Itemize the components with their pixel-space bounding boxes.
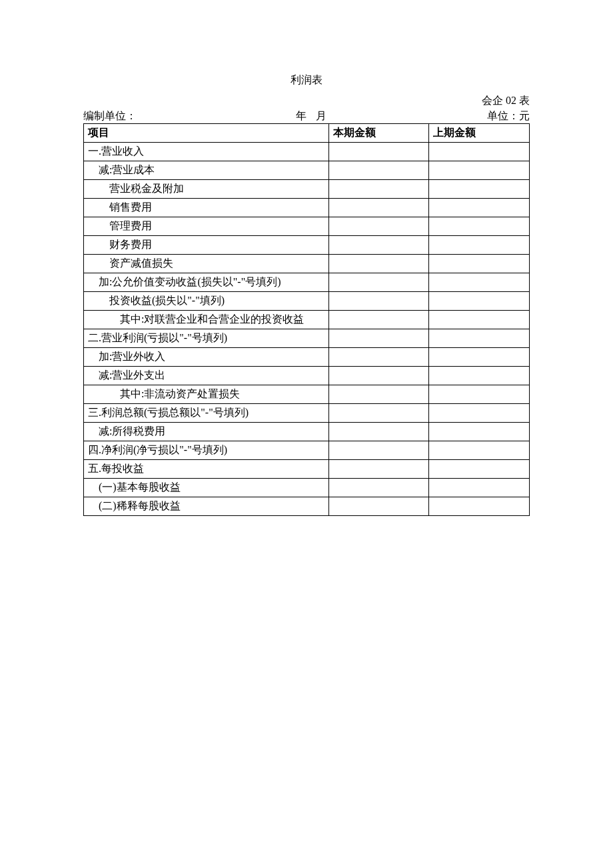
row-previous-amount <box>429 423 530 441</box>
table-row: 五.每投收益 <box>84 460 530 479</box>
row-previous-amount <box>429 404 530 423</box>
table-row: 加:营业外收入 <box>84 348 530 367</box>
column-header-item: 项目 <box>84 124 329 143</box>
row-current-amount <box>328 423 429 441</box>
table-row: 一.营业收入 <box>84 143 530 161</box>
row-current-amount <box>328 404 429 423</box>
row-current-amount <box>328 329 429 348</box>
row-item-label: 减:所得税费用 <box>84 423 329 441</box>
row-item-label: (一)基本每股收益 <box>84 479 329 497</box>
row-item-label: 其中:对联营企业和合营企业的投资收益 <box>84 311 329 329</box>
row-item-label: (二)稀释每股收益 <box>84 497 329 516</box>
table-row: 管理费用 <box>84 217 530 236</box>
table-row: 加:公允价值变动收益(损失以"-"号填列) <box>84 273 530 292</box>
row-current-amount <box>328 273 429 292</box>
row-previous-amount <box>429 161 530 180</box>
table-row: 四.净利润(净亏损以"-"号填列) <box>84 441 530 460</box>
row-current-amount <box>328 180 429 199</box>
table-row: 三.利润总额(亏损总额以"-"号填列) <box>84 404 530 423</box>
row-item-label: 加:营业外收入 <box>84 348 329 367</box>
table-row: 销售费用 <box>84 199 530 217</box>
compiled-by-label: 编制单位： <box>83 109 137 123</box>
row-previous-amount <box>429 385 530 404</box>
row-current-amount <box>328 292 429 311</box>
row-previous-amount <box>429 143 530 161</box>
table-row: (一)基本每股收益 <box>84 479 530 497</box>
row-current-amount <box>328 199 429 217</box>
table-row: 其中:非流动资产处置损失 <box>84 385 530 404</box>
income-statement-table: 项目 本期金额 上期金额 一.营业收入减:营业成本营业税金及附加销售费用管理费用… <box>83 123 530 516</box>
document-title: 利润表 <box>83 73 530 87</box>
row-current-amount <box>328 311 429 329</box>
row-current-amount <box>328 441 429 460</box>
row-item-label: 管理费用 <box>84 217 329 236</box>
row-current-amount <box>328 367 429 385</box>
year-month-label: 年 月 <box>296 109 328 123</box>
row-previous-amount <box>429 348 530 367</box>
table-row: 二.营业利润(亏损以"-"号填列) <box>84 329 530 348</box>
table-row: 投资收益(损失以"-"填列) <box>84 292 530 311</box>
header-line: 编制单位： 年 月 单位：元 <box>83 109 530 123</box>
row-current-amount <box>328 236 429 255</box>
row-previous-amount <box>429 217 530 236</box>
table-row: 其中:对联营企业和合营企业的投资收益 <box>84 311 530 329</box>
row-previous-amount <box>429 199 530 217</box>
row-item-label: 五.每投收益 <box>84 460 329 479</box>
row-current-amount <box>328 385 429 404</box>
row-previous-amount <box>429 441 530 460</box>
row-previous-amount <box>429 273 530 292</box>
table-row: 减:营业成本 <box>84 161 530 180</box>
row-item-label: 加:公允价值变动收益(损失以"-"号填列) <box>84 273 329 292</box>
row-previous-amount <box>429 180 530 199</box>
table-row: 资产减值损失 <box>84 255 530 273</box>
table-row: 减:营业外支出 <box>84 367 530 385</box>
row-item-label: 财务费用 <box>84 236 329 255</box>
form-code: 会企 02 表 <box>83 94 530 108</box>
row-previous-amount <box>429 255 530 273</box>
row-item-label: 投资收益(损失以"-"填列) <box>84 292 329 311</box>
row-current-amount <box>328 460 429 479</box>
table-row: 营业税金及附加 <box>84 180 530 199</box>
row-item-label: 三.利润总额(亏损总额以"-"号填列) <box>84 404 329 423</box>
row-current-amount <box>328 217 429 236</box>
row-item-label: 营业税金及附加 <box>84 180 329 199</box>
table-row: 财务费用 <box>84 236 530 255</box>
row-item-label: 资产减值损失 <box>84 255 329 273</box>
table-row: 减:所得税费用 <box>84 423 530 441</box>
month-label: 月 <box>316 110 328 121</box>
row-previous-amount <box>429 479 530 497</box>
row-item-label: 减:营业成本 <box>84 161 329 180</box>
row-previous-amount <box>429 311 530 329</box>
row-item-label: 销售费用 <box>84 199 329 217</box>
row-item-label: 二.营业利润(亏损以"-"号填列) <box>84 329 329 348</box>
row-current-amount <box>328 143 429 161</box>
year-label: 年 <box>296 110 308 121</box>
row-item-label: 四.净利润(净亏损以"-"号填列) <box>84 441 329 460</box>
unit-label: 单位：元 <box>487 109 530 123</box>
row-previous-amount <box>429 236 530 255</box>
column-header-previous: 上期金额 <box>429 124 530 143</box>
row-current-amount <box>328 255 429 273</box>
row-item-label: 一.营业收入 <box>84 143 329 161</box>
row-item-label: 其中:非流动资产处置损失 <box>84 385 329 404</box>
row-current-amount <box>328 497 429 516</box>
row-previous-amount <box>429 497 530 516</box>
row-current-amount <box>328 161 429 180</box>
row-current-amount <box>328 348 429 367</box>
column-header-current: 本期金额 <box>328 124 429 143</box>
row-item-label: 减:营业外支出 <box>84 367 329 385</box>
table-header-row: 项目 本期金额 上期金额 <box>84 124 530 143</box>
row-previous-amount <box>429 367 530 385</box>
row-current-amount <box>328 479 429 497</box>
row-previous-amount <box>429 329 530 348</box>
row-previous-amount <box>429 460 530 479</box>
row-previous-amount <box>429 292 530 311</box>
table-row: (二)稀释每股收益 <box>84 497 530 516</box>
